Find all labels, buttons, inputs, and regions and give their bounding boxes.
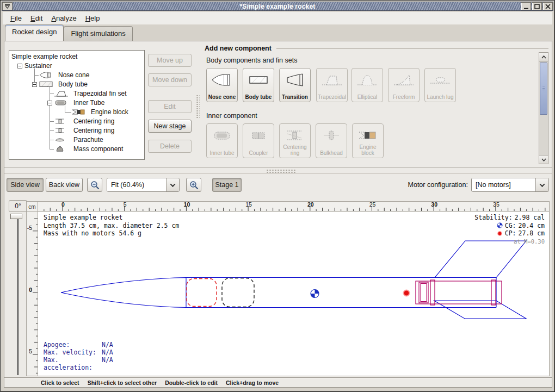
stage-1-toggle[interactable]: Stage 1 bbox=[212, 178, 242, 192]
svg-text:5: 5 bbox=[29, 348, 32, 354]
menu-file[interactable]: File bbox=[6, 13, 26, 24]
zoom-out-button[interactable] bbox=[87, 178, 102, 192]
application-window: *Simple example rocket File Edit Analyze… bbox=[0, 0, 555, 392]
centering-ring-2-shape[interactable] bbox=[491, 280, 496, 305]
tab-flight-simulations[interactable]: Flight simulations bbox=[64, 26, 132, 41]
zoom-in-icon bbox=[189, 181, 199, 190]
zoom-level-value: Fit (60.4%) bbox=[107, 178, 166, 191]
scrollbar-thumb[interactable] bbox=[540, 63, 547, 115]
nose-cone-shape[interactable] bbox=[61, 278, 186, 308]
vertical-splitter-handle[interactable] bbox=[196, 95, 200, 119]
rocket-info-text: Simple example rocket Length 37.5 cm, ma… bbox=[44, 214, 179, 238]
transition-icon bbox=[283, 72, 307, 88]
tree-item-body-tube[interactable]: Body tube bbox=[9, 80, 144, 89]
fin-lower-shape[interactable] bbox=[434, 301, 526, 319]
mass-component-icon bbox=[54, 145, 69, 153]
svg-text:35: 35 bbox=[493, 202, 499, 208]
zoom-in-button[interactable] bbox=[186, 178, 201, 192]
add-bulkhead-button[interactable]: Bulkhead bbox=[316, 123, 347, 158]
rotation-slider-handle[interactable] bbox=[10, 214, 22, 219]
add-elliptical-fin-button[interactable]: Elliptical bbox=[351, 68, 383, 102]
new-stage-button[interactable]: New stage bbox=[148, 120, 192, 133]
window-menu-button[interactable] bbox=[2, 2, 13, 10]
fin-upper-shape[interactable] bbox=[435, 241, 526, 278]
nose-cone-icon bbox=[39, 71, 54, 79]
add-centering-ring-button[interactable]: Centering ring bbox=[279, 123, 311, 158]
add-trapezoidal-fin-button[interactable]: Trapezoidal bbox=[316, 68, 348, 102]
zoom-level-combobox[interactable]: Fit (60.4%) bbox=[107, 178, 180, 192]
tree-item-centering-ring-2[interactable]: Centering ring bbox=[9, 126, 144, 135]
move-down-button[interactable]: Move down bbox=[148, 73, 192, 86]
centering-ring-icon bbox=[54, 117, 69, 125]
zoom-out-icon bbox=[90, 181, 100, 190]
menu-help[interactable]: Help bbox=[81, 13, 104, 24]
body-tube-shape[interactable] bbox=[186, 278, 496, 308]
minimize-button[interactable] bbox=[521, 2, 531, 10]
panel-splitter[interactable] bbox=[4, 167, 552, 174]
svg-text:25: 25 bbox=[369, 202, 376, 208]
scrollbar-down-button[interactable] bbox=[539, 155, 548, 164]
body-tube-icon bbox=[246, 72, 270, 88]
group-divider bbox=[276, 48, 548, 49]
ruler-unit-label: cm bbox=[26, 201, 38, 212]
rocket-design-panel: Simple example rocket Sustainer Nose con… bbox=[4, 41, 552, 388]
component-tree[interactable]: Simple example rocket Sustainer Nose con… bbox=[9, 50, 145, 160]
collapse-expander-icon[interactable] bbox=[32, 82, 37, 87]
motor-configuration-combobox[interactable]: [No motors] bbox=[471, 178, 549, 192]
menu-bar: File Edit Analyze Help bbox=[3, 12, 552, 24]
tree-item-engine-block[interactable]: Engine block bbox=[9, 108, 144, 117]
chevron-down-icon bbox=[541, 158, 546, 161]
scrollbar-up-button[interactable] bbox=[539, 53, 548, 61]
component-panel-scrollbar[interactable] bbox=[539, 52, 548, 164]
add-freeform-fin-button[interactable]: Freeform bbox=[388, 68, 420, 102]
add-nose-cone-button[interactable]: Nose cone bbox=[206, 68, 238, 102]
rotation-slider-track[interactable] bbox=[17, 216, 18, 375]
rocket-view-canvas[interactable]: Simple example rocket Length 37.5 cm, ma… bbox=[38, 212, 550, 376]
add-engine-block-button[interactable]: Engine block bbox=[352, 123, 384, 158]
menu-analyze[interactable]: Analyze bbox=[47, 13, 81, 24]
tab-rocket-design[interactable]: Rocket design bbox=[5, 24, 64, 41]
add-body-tube-button[interactable]: Body tube bbox=[243, 68, 274, 102]
combo-arrow[interactable] bbox=[535, 178, 548, 191]
tree-item-mass-component[interactable]: Mass component bbox=[9, 145, 144, 154]
close-icon bbox=[545, 4, 551, 9]
combo-arrow[interactable] bbox=[166, 178, 179, 191]
window-title: *Simple example rocket bbox=[2, 3, 553, 10]
elliptical-fin-icon bbox=[355, 72, 379, 88]
move-up-button[interactable]: Move up bbox=[148, 54, 192, 67]
tree-item-centering-ring-1[interactable]: Centering ring bbox=[9, 117, 144, 126]
maximize-button[interactable] bbox=[532, 2, 542, 10]
tree-item-nose-cone[interactable]: Nose cone bbox=[9, 71, 144, 80]
edit-button[interactable]: Edit bbox=[148, 100, 192, 113]
vertical-ruler-ticks: -505 bbox=[27, 212, 38, 375]
add-launch-lug-button[interactable]: Launch lug bbox=[424, 68, 456, 102]
add-transition-button[interactable]: Transition bbox=[279, 68, 311, 102]
svg-text:0: 0 bbox=[61, 202, 65, 208]
trapezoidal-fin-icon bbox=[54, 90, 69, 97]
menu-edit[interactable]: Edit bbox=[26, 13, 47, 24]
tree-item-inner-tube[interactable]: Inner Tube bbox=[9, 98, 144, 108]
title-bar[interactable]: *Simple example rocket bbox=[2, 2, 553, 11]
stability-readout: Stability:2.98 cal CG:20.4 cm CP:27.8 cm… bbox=[474, 214, 545, 245]
delete-button[interactable]: Delete bbox=[148, 140, 192, 153]
svg-text:20: 20 bbox=[307, 202, 314, 208]
collapse-expander-icon[interactable] bbox=[17, 64, 22, 69]
parachute-shape[interactable] bbox=[187, 279, 217, 307]
tree-item-stage[interactable]: Sustainer bbox=[9, 61, 144, 71]
tree-item-rocket[interactable]: Simple example rocket bbox=[9, 52, 144, 61]
mass-component-shape[interactable] bbox=[222, 278, 254, 307]
splitter-handle[interactable] bbox=[266, 169, 295, 173]
add-coupler-button[interactable]: Coupler bbox=[243, 123, 274, 158]
side-view-toggle[interactable]: Side view bbox=[7, 178, 44, 192]
add-inner-tube-button[interactable]: Inner tube bbox=[206, 123, 238, 158]
centering-ring-1-shape[interactable] bbox=[430, 280, 435, 305]
close-button[interactable] bbox=[542, 2, 553, 10]
collapse-expander-icon[interactable] bbox=[47, 101, 52, 105]
back-view-toggle[interactable]: Back view bbox=[46, 178, 83, 192]
horizontal-ruler-ticks: 05101520253035 bbox=[38, 202, 548, 211]
tree-item-parachute[interactable]: Parachute bbox=[9, 135, 144, 145]
inner-tube-icon bbox=[210, 127, 234, 144]
tree-item-fin-set[interactable]: Trapezoidal fin set bbox=[9, 89, 144, 98]
parachute-icon bbox=[54, 136, 69, 144]
cg-legend-icon bbox=[497, 222, 503, 228]
